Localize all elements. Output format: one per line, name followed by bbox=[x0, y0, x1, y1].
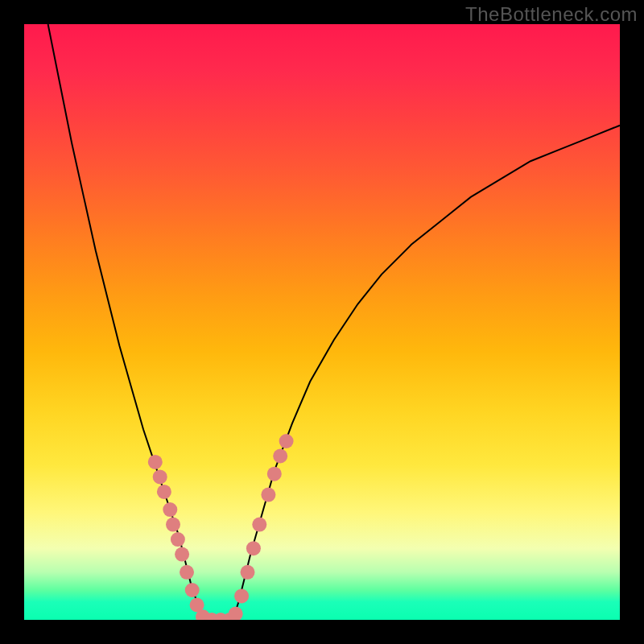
highlighted-dot bbox=[163, 502, 177, 517]
highlighted-dot bbox=[241, 565, 255, 580]
highlighted-dot bbox=[153, 469, 167, 484]
highlighted-dot bbox=[185, 583, 200, 597]
plot-area bbox=[24, 24, 620, 620]
highlighted-dot bbox=[175, 547, 189, 562]
highlighted-dot bbox=[180, 565, 194, 580]
chart-svg bbox=[24, 24, 620, 620]
highlighted-dot bbox=[157, 485, 171, 499]
highlighted-dot bbox=[246, 541, 261, 555]
bottleneck-curve-left bbox=[48, 24, 203, 620]
highlighted-dot bbox=[267, 467, 282, 481]
highlighted-dot bbox=[148, 455, 163, 469]
highlighted-dot bbox=[166, 518, 180, 532]
highlighted-dot bbox=[234, 588, 249, 603]
highlighted-dot bbox=[229, 607, 243, 620]
highlighted-dot bbox=[171, 532, 185, 547]
bottleneck-curve-right bbox=[233, 126, 620, 620]
highlighted-dot bbox=[261, 488, 275, 502]
highlighted-dot bbox=[279, 434, 294, 448]
highlighted-dot bbox=[273, 449, 287, 464]
highlighted-dot bbox=[252, 518, 266, 532]
chart-frame: TheBottleneck.com bbox=[0, 0, 644, 644]
highlighted-dots-group bbox=[148, 434, 294, 620]
watermark-text: TheBottleneck.com bbox=[465, 3, 638, 26]
